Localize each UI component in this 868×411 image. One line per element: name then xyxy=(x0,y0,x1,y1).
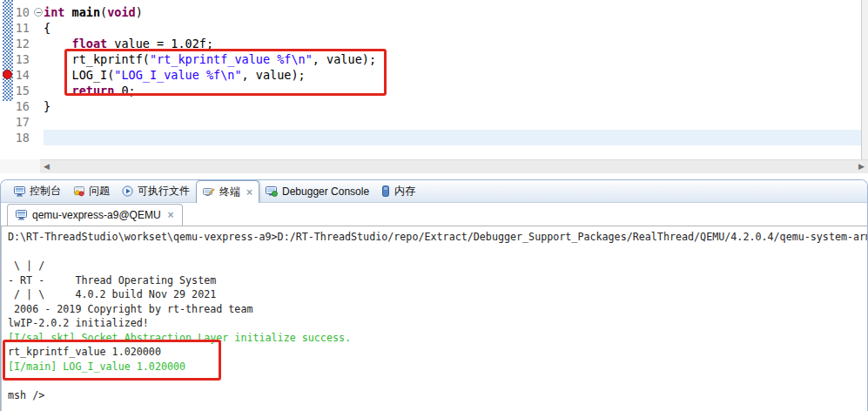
terminal-line: \ | / xyxy=(8,259,867,274)
terminal-line: - RT - Thread Operating System xyxy=(8,274,867,289)
keyword-token: return xyxy=(72,84,115,98)
code-text: float value = 1.02f; xyxy=(44,36,861,51)
code-editor[interactable]: 10int main(void)11{12 float value = 1.02… xyxy=(0,0,861,159)
code-text: } xyxy=(44,98,861,114)
terminal-line: lwIP-2.0.2 initialized! xyxy=(8,317,867,332)
scrollbar-corner xyxy=(0,159,40,173)
monitor-icon xyxy=(16,210,27,220)
scroll-right-arrow-icon[interactable]: ▶ xyxy=(858,163,865,171)
debugger-console-icon xyxy=(266,186,278,197)
tab-label: 问题 xyxy=(89,184,110,199)
code-line-13[interactable]: 13 rt_kprintf("rt_kprintf_value %f\n", v… xyxy=(0,51,861,67)
tab-label: 可执行文件 xyxy=(138,184,190,199)
code-token: main xyxy=(72,5,101,19)
fold-gutter[interactable] xyxy=(33,36,44,51)
tab-executables[interactable]: 可执行文件 xyxy=(116,180,196,202)
code-token: { xyxy=(44,21,50,35)
fold-gutter[interactable] xyxy=(33,4,44,20)
scroll-left-arrow-icon[interactable]: ◀ xyxy=(44,163,50,171)
tab-memory[interactable]: 内存 xyxy=(375,180,421,202)
code-line-15[interactable]: 15 return 0; xyxy=(0,83,861,98)
code-token: value = 1.02f; xyxy=(107,37,213,51)
fold-gutter[interactable] xyxy=(33,130,44,145)
code-text xyxy=(44,130,861,145)
code-token: } xyxy=(44,99,50,113)
code-line-18[interactable]: 18 xyxy=(0,130,861,145)
string-token: "rt_kprintf_value %f\n" xyxy=(150,52,313,66)
code-lines: 10int main(void)11{12 float value = 1.02… xyxy=(0,0,861,145)
code-text: LOG_I("LOG_I_value %f\n", value); xyxy=(44,67,861,83)
line-number[interactable]: 17 xyxy=(0,114,33,130)
fold-gutter[interactable] xyxy=(33,98,44,114)
fold-gutter[interactable] xyxy=(33,67,44,83)
code-token: ) xyxy=(136,5,143,19)
overview-ruler[interactable] xyxy=(861,0,868,159)
line-number[interactable]: 18 xyxy=(0,130,33,145)
tab-problems[interactable]: 问题 xyxy=(67,180,116,202)
fold-gutter[interactable] xyxy=(33,114,44,130)
terminal-line: 2006 - 2019 Copyright by rt-thread team xyxy=(8,303,867,318)
code-token: ( xyxy=(100,5,107,19)
close-icon[interactable]: × xyxy=(168,209,174,221)
memory-icon xyxy=(381,185,390,197)
bottom-view-panel: 控制台问题可执行文件终端×Debugger Console内存 qemu-vex… xyxy=(0,179,868,411)
keyword-token: int xyxy=(44,5,64,19)
panel-tab-bar: 控制台问题可执行文件终端×Debugger Console内存 xyxy=(1,180,867,203)
code-token xyxy=(44,84,72,98)
tab-label: 内存 xyxy=(394,184,415,199)
terminal-line: msh /> xyxy=(8,389,867,404)
fold-gutter[interactable] xyxy=(33,20,44,36)
code-token xyxy=(44,37,72,51)
terminal-line: rt_kprintf_value 1.020000 xyxy=(8,346,867,360)
code-token: 0; xyxy=(114,84,135,98)
code-text: int main(void) xyxy=(44,4,861,20)
code-token: rt_kprintf( xyxy=(44,52,150,66)
executables-icon xyxy=(122,185,133,197)
terminal-line xyxy=(8,374,867,389)
terminal-line: / | \ 4.0.2 build Nov 29 2021 xyxy=(8,288,867,303)
keyword-token: float xyxy=(72,37,108,51)
fold-gutter[interactable] xyxy=(33,83,44,98)
code-token: , value); xyxy=(242,68,306,82)
terminal-line xyxy=(8,246,867,260)
code-line-12[interactable]: 12 float value = 1.02f; xyxy=(0,36,861,51)
terminal-output[interactable]: D:\RT-ThreadStudio\workset\qemu-vexpress… xyxy=(1,226,867,411)
terminal-line: [I/sal.skt] Socket Abstraction Layer ini… xyxy=(8,332,867,347)
subtab-label: qemu-vexpress-a9@QEMU xyxy=(32,209,161,221)
string-token: "LOG_I_value %f\n" xyxy=(114,68,241,82)
tab-debugger-console[interactable]: Debugger Console xyxy=(259,180,375,202)
code-text xyxy=(44,114,861,130)
code-text: { xyxy=(44,20,861,36)
tab-label: 终端 xyxy=(219,185,240,199)
code-text: return 0; xyxy=(44,83,861,98)
subtab-qemu-terminal[interactable]: qemu-vexpress-a9@QEMU × xyxy=(7,204,183,226)
code-text: rt_kprintf("rt_kprintf_value %f\n", valu… xyxy=(44,51,861,67)
code-line-17[interactable]: 17 xyxy=(0,114,861,130)
collapse-icon[interactable] xyxy=(34,8,43,17)
terminal-subtab-bar: qemu-vexpress-a9@QEMU × xyxy=(1,203,867,226)
breakpoint-icon[interactable] xyxy=(3,70,12,79)
editor-horizontal-scrollbar[interactable]: ◀ ▶ xyxy=(0,159,868,173)
code-line-14[interactable]: 14 LOG_I("LOG_I_value %f\n", value); xyxy=(0,67,861,83)
scrollbar-track[interactable]: ◀ ▶ xyxy=(40,159,868,173)
code-line-10[interactable]: 10int main(void) xyxy=(0,4,861,20)
terminal-icon xyxy=(203,187,215,198)
tab-label: Debugger Console xyxy=(282,185,369,198)
code-line-11[interactable]: 11{ xyxy=(0,20,861,36)
problems-icon xyxy=(73,186,84,197)
tab-terminal[interactable]: 终端× xyxy=(196,180,259,203)
tab-label: 控制台 xyxy=(30,184,61,199)
code-token xyxy=(64,5,71,19)
code-token: LOG_I( xyxy=(44,68,114,82)
tab-console[interactable]: 控制台 xyxy=(8,180,67,202)
fold-gutter[interactable] xyxy=(33,51,44,67)
code-line-16[interactable]: 16} xyxy=(0,98,861,114)
range-indicator-bar xyxy=(3,0,13,101)
close-icon[interactable]: × xyxy=(246,186,252,199)
keyword-token: void xyxy=(107,5,136,19)
terminal-line: [I/main] LOG_I_value 1.020000 xyxy=(8,360,867,375)
code-token: , value); xyxy=(313,52,376,66)
console-icon xyxy=(14,186,25,197)
terminal-line: D:\RT-ThreadStudio\workset\qemu-vexpress… xyxy=(8,231,867,246)
